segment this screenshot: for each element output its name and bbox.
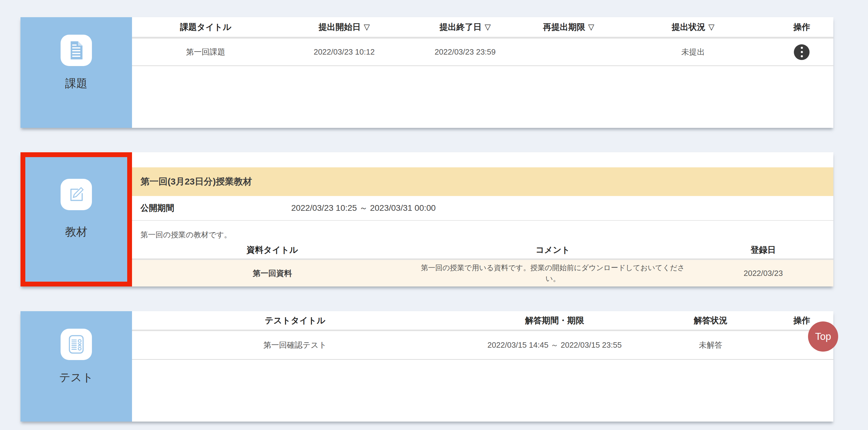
assignment-operations-cell	[770, 44, 833, 60]
tests-table-header: テストタイトル 解答期間・期限 解答状況 操作	[132, 311, 833, 329]
test-answer-period: 2022/03/15 14:45 ～ 2022/03/15 23:55	[458, 340, 651, 350]
edit-pencil-icon	[61, 179, 92, 210]
empty-area	[132, 66, 833, 128]
material-registered-date: 2022/03/23	[693, 269, 833, 278]
tests-tab[interactable]: テスト	[21, 311, 132, 422]
material-unit-title: 第一回(3月23日分)授業教材	[141, 175, 252, 188]
column-header-material-title: 資料タイトル	[132, 244, 412, 256]
column-header-submit-end[interactable]: 提出終了日 ▽	[409, 21, 521, 33]
open-period-value: 2022/03/23 10:25 ～ 2023/03/31 00:00	[258, 202, 469, 214]
material-title-link[interactable]: 第一回資料	[132, 268, 412, 279]
materials-section: 教材 第一回(3月23日分)授業教材 公開期間 2022/03/23 10:25…	[21, 152, 833, 286]
column-header-submit-start[interactable]: 提出開始日 ▽	[279, 21, 409, 33]
open-period-row: 公開期間 2022/03/23 10:25 ～ 2023/03/31 00:00	[132, 196, 833, 221]
assignments-table-header: 課題タイトル 提出開始日 ▽ 提出終了日 ▽ 再提出期限 ▽ 提出状況 ▽	[132, 17, 833, 37]
assignments-section: 課題 課題タイトル 提出開始日 ▽ 提出終了日 ▽ 再提出期限 ▽	[21, 17, 833, 128]
tests-tab-label: テスト	[59, 370, 93, 385]
assignments-tab-label: 課題	[65, 76, 87, 91]
materials-table-header: 資料タイトル コメント 登録日	[132, 241, 833, 258]
column-header-test-title: テストタイトル	[132, 315, 458, 326]
tests-table: テストタイトル 解答期間・期限 解答状況 操作 第一回確認テスト 2022/03…	[132, 311, 833, 422]
kebab-menu-icon	[801, 51, 803, 53]
tests-section: テスト テストタイトル 解答期間・期限 解答状況 操作 第一回確認テスト	[21, 311, 833, 422]
material-unit-header: 第一回(3月23日分)授業教材	[132, 167, 833, 196]
assignments-table: 課題タイトル 提出開始日 ▽ 提出終了日 ▽ 再提出期限 ▽ 提出状況 ▽	[132, 17, 833, 128]
test-title-link[interactable]: 第一回確認テスト	[132, 340, 458, 350]
column-header-assignment-title: 課題タイトル	[132, 21, 279, 33]
column-header-answer-status: 解答状況	[651, 315, 770, 326]
test-row: 第一回確認テスト 2022/03/15 14:45 ～ 2022/03/15 2…	[132, 331, 833, 360]
spacer	[132, 152, 833, 167]
test-answer-status: 未解答	[651, 340, 770, 350]
empty-area	[132, 360, 833, 422]
material-description: 第一回の授業の教材です。	[132, 221, 833, 241]
column-header-operations: 操作	[770, 21, 833, 33]
open-period-label: 公開期間	[132, 202, 258, 214]
assignment-row: 第一回課題 2022/03/23 10:12 2022/03/23 23:59 …	[132, 38, 833, 66]
material-comment-cell: 第一回の授業で用いる資料です。授業の開始前にダウンロードしておいてください。	[412, 262, 693, 284]
column-header-comment: コメント	[412, 244, 693, 256]
assignments-tab[interactable]: 課題	[21, 17, 132, 128]
column-header-registered-date: 登録日	[693, 244, 833, 256]
material-row: 第一回資料 第一回の授業で用いる資料です。授業の開始前にダウンロードしておいてく…	[132, 260, 833, 286]
assignment-status: 未提出	[616, 47, 770, 57]
column-header-answer-period: 解答期間・期限	[458, 315, 651, 326]
column-header-submit-status[interactable]: 提出状況 ▽	[616, 21, 770, 33]
checklist-icon	[61, 329, 92, 360]
scroll-to-top-button[interactable]: Top	[808, 321, 838, 352]
sort-icon[interactable]: ▽	[364, 22, 370, 32]
assignment-end-date: 2022/03/23 23:59	[409, 47, 521, 57]
assignment-actions-button[interactable]	[794, 44, 809, 60]
materials-content: 第一回(3月23日分)授業教材 公開期間 2022/03/23 10:25 ～ …	[132, 152, 833, 286]
material-comment: 第一回の授業で用いる資料です。授業の開始前にダウンロードしておいてください。	[418, 262, 687, 284]
course-content-page: 課題 課題タイトル 提出開始日 ▽ 提出終了日 ▽ 再提出期限 ▽	[0, 0, 868, 430]
assignment-title-link[interactable]: 第一回課題	[132, 47, 279, 57]
column-header-resubmit-deadline[interactable]: 再提出期限 ▽	[521, 21, 616, 33]
sort-icon[interactable]: ▽	[588, 22, 594, 32]
materials-tab-label: 教材	[65, 224, 87, 239]
document-icon	[61, 35, 92, 66]
assignment-start-date: 2022/03/23 10:12	[279, 47, 409, 57]
materials-tab-selected[interactable]: 教材	[21, 152, 132, 286]
sort-icon[interactable]: ▽	[485, 22, 491, 32]
sort-icon[interactable]: ▽	[709, 22, 715, 32]
